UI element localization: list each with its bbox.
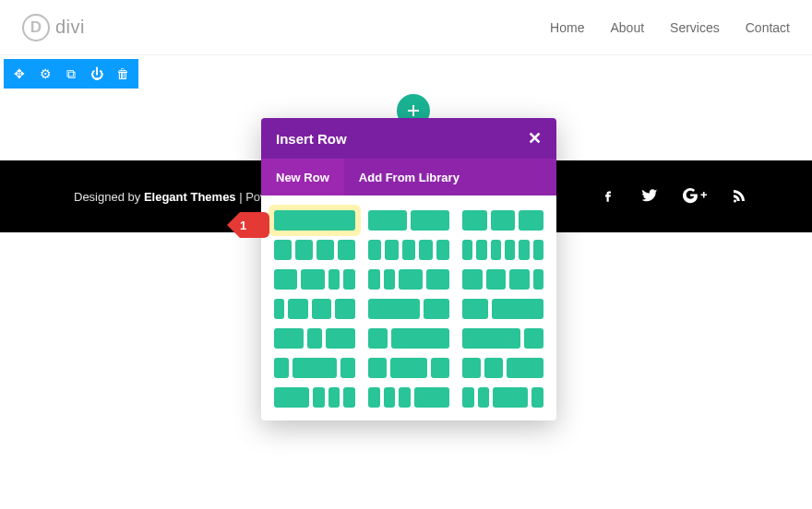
step-callout-label: 1 [240,219,246,232]
modal-header: Insert Row ✕ [261,118,556,159]
primary-nav: Home About Services Contact [550,20,790,35]
layout-option[interactable] [368,269,449,290]
facebook-icon[interactable] [600,187,616,207]
layout-option[interactable] [272,208,357,232]
layout-option[interactable] [462,269,543,290]
duplicate-icon[interactable]: ⧉ [65,66,78,82]
tab-new-row[interactable]: New Row [261,159,344,195]
close-icon[interactable]: ✕ [528,128,542,148]
nav-contact[interactable]: Contact [746,20,790,35]
layout-options-grid [261,195,556,420]
nav-home[interactable]: Home [550,20,584,35]
logo-text: divi [55,17,85,38]
twitter-icon[interactable] [640,186,659,207]
power-icon[interactable]: ⏻ [90,66,103,81]
footer-social [600,186,747,207]
section-toolbar: ✥ ⚙ ⧉ ⏻ 🗑 [4,59,138,89]
move-icon[interactable]: ✥ [13,66,26,81]
layout-option[interactable] [274,328,355,349]
layout-option[interactable] [368,240,449,260]
layout-option[interactable] [274,358,355,378]
plus-icon [406,103,421,118]
nav-services[interactable]: Services [670,20,720,35]
trash-icon[interactable]: 🗑 [116,66,129,81]
googleplus-icon[interactable] [683,187,707,207]
layout-option[interactable] [462,240,543,260]
modal-title: Insert Row [276,131,347,147]
layout-option[interactable] [368,299,449,319]
layout-option[interactable] [462,299,543,319]
layout-option[interactable] [462,387,543,408]
logo[interactable]: D divi [22,14,85,41]
layout-option[interactable] [368,358,449,378]
site-header: D divi Home About Services Contact [0,0,812,55]
layout-option[interactable] [274,299,355,319]
modal-tabs: New Row Add From Library [261,159,556,195]
layout-option[interactable] [462,210,543,231]
layout-option[interactable] [368,328,449,349]
layout-option[interactable] [274,269,355,290]
nav-about[interactable]: About [610,20,644,35]
logo-mark-icon: D [22,14,50,41]
gear-icon[interactable]: ⚙ [39,66,52,81]
layout-option[interactable] [462,358,543,378]
insert-row-modal: Insert Row ✕ New Row Add From Library [261,118,556,420]
layout-option[interactable] [368,387,449,408]
rss-icon[interactable] [731,187,747,207]
tab-add-from-library[interactable]: Add From Library [344,159,474,195]
layout-option[interactable] [368,210,449,231]
footer-credit: Designed by Elegant Themes | Pow [74,190,269,204]
step-callout: 1 [227,212,269,238]
layout-option[interactable] [274,240,355,260]
layout-option[interactable] [274,387,355,408]
layout-option[interactable] [462,328,543,349]
